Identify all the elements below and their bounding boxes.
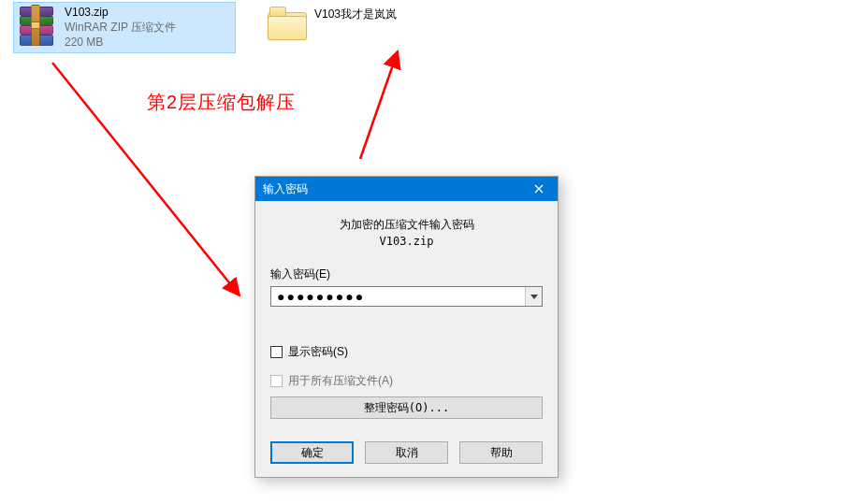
show-password-row[interactable]: 显示密码(S) bbox=[270, 344, 543, 360]
password-dialog: 输入密码 为加密的压缩文件输入密码 V103.zip 输入密码(E) 显示密码(… bbox=[254, 176, 559, 478]
chevron-down-icon bbox=[530, 295, 538, 299]
show-password-label: 显示密码(S) bbox=[288, 344, 348, 360]
file-type: WinRAR ZIP 压缩文件 bbox=[65, 20, 176, 35]
file-item-label: V103.zip WinRAR ZIP 压缩文件 220 MB bbox=[65, 5, 176, 50]
file-name: V103.zip bbox=[65, 5, 176, 20]
apply-all-checkbox bbox=[270, 375, 283, 387]
dialog-body: 为加密的压缩文件输入密码 V103.zip 输入密码(E) 显示密码(S) 用于… bbox=[255, 201, 558, 432]
password-field-label: 输入密码(E) bbox=[270, 266, 543, 282]
close-icon bbox=[534, 184, 544, 194]
organize-passwords-button[interactable]: 整理密码(O)... bbox=[270, 396, 543, 419]
file-item-label: V103我才是岚岚 bbox=[314, 7, 397, 22]
dialog-heading-line1: 为加密的压缩文件输入密码 bbox=[270, 216, 543, 233]
file-item-folder[interactable]: V103我才是岚岚 bbox=[264, 5, 400, 42]
dialog-button-row: 确定 取消 帮助 bbox=[255, 432, 558, 477]
file-size: 220 MB bbox=[65, 35, 176, 50]
dialog-heading-line2: V103.zip bbox=[270, 233, 543, 250]
cancel-button[interactable]: 取消 bbox=[365, 441, 448, 464]
apply-all-row: 用于所有压缩文件(A) bbox=[270, 373, 543, 389]
password-dropdown-button[interactable] bbox=[525, 287, 542, 306]
help-button[interactable]: 帮助 bbox=[459, 441, 543, 464]
annotation-arrow-to-folder bbox=[360, 51, 398, 159]
dialog-title: 输入密码 bbox=[263, 181, 308, 197]
file-item-zip[interactable]: V103.zip WinRAR ZIP 压缩文件 220 MB bbox=[14, 3, 235, 52]
show-password-checkbox[interactable] bbox=[270, 346, 283, 358]
winrar-zip-icon bbox=[18, 5, 57, 48]
apply-all-label: 用于所有压缩文件(A) bbox=[288, 373, 393, 389]
folder-icon bbox=[268, 7, 307, 40]
dialog-heading: 为加密的压缩文件输入密码 V103.zip bbox=[270, 216, 543, 250]
password-input[interactable] bbox=[271, 287, 525, 306]
ok-button[interactable]: 确定 bbox=[270, 441, 354, 464]
password-combobox[interactable] bbox=[270, 286, 543, 307]
folder-name: V103我才是岚岚 bbox=[314, 7, 397, 22]
dialog-titlebar[interactable]: 输入密码 bbox=[255, 177, 558, 201]
close-button[interactable] bbox=[520, 177, 558, 201]
annotation-text: 第2层压缩包解压 bbox=[147, 90, 296, 115]
